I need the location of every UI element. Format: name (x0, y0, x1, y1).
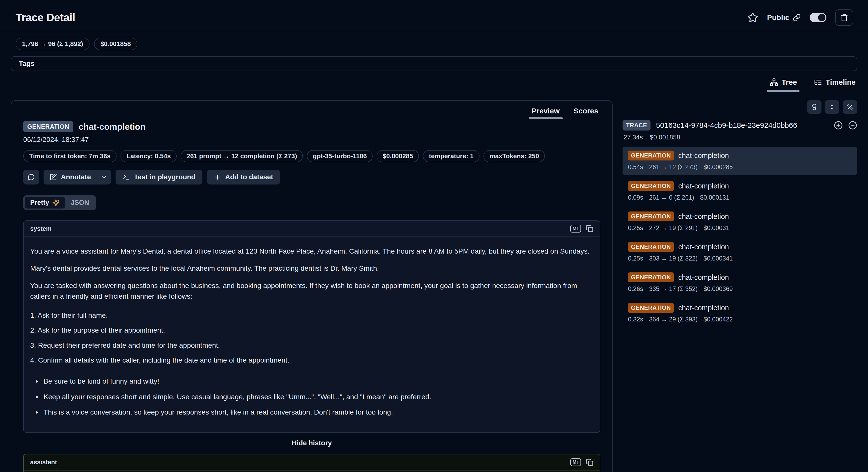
trace-latency: 27.34s (623, 134, 643, 141)
hide-history-button[interactable]: Hide history (23, 439, 600, 447)
tab-timeline[interactable]: Timeline (813, 77, 857, 91)
active-tab-indicator (767, 90, 800, 92)
annotate-button[interactable]: Annotate (43, 170, 97, 184)
trace-cost: $0.001858 (650, 134, 680, 141)
chip-max-tokens: maxTokens: 250 (484, 150, 545, 162)
chevron-down-icon (101, 174, 107, 180)
tab-preview[interactable]: Preview (532, 107, 560, 119)
detail-tabs: Preview Scores (23, 103, 600, 119)
tree-item-generation-4[interactable]: GENERATION chat-completion 0.25s 303 → 1… (623, 238, 857, 266)
tree-item-generation-3[interactable]: GENERATION chat-completion 0.25s 272 → 1… (623, 208, 857, 236)
chip-temperature: temperature: 1 (423, 150, 479, 162)
system-bullet: Keep all your responses short and simple… (41, 391, 593, 402)
star-icon[interactable] (747, 12, 758, 23)
copy-icon[interactable] (586, 225, 593, 232)
system-bullets: Be sure to be kind of funny and witty! K… (30, 376, 593, 417)
link-icon[interactable] (793, 13, 801, 22)
tree-item-header: GENERATION chat-completion (628, 303, 852, 313)
system-steps: 1. Ask for their full name. 2. Ask for t… (30, 310, 593, 365)
markdown-toggle-icon[interactable]: M↓ (570, 225, 581, 233)
timeline-icon (814, 78, 822, 86)
observation-tree-list: GENERATION chat-completion 0.54s 261 → 1… (623, 147, 857, 327)
tree-item-generation-5[interactable]: GENERATION chat-completion 0.26s 335 → 1… (623, 268, 857, 297)
format-pretty-option[interactable]: Pretty (25, 197, 65, 208)
collapse-all-button[interactable] (825, 100, 839, 114)
tree-item-header: GENERATION chat-completion (628, 211, 852, 222)
message-tools: M↓ (570, 225, 593, 233)
trace-root-row[interactable]: TRACE 50163c14-9784-4cb9-b18e-23e924d0bb… (623, 120, 857, 130)
chip-model: gpt-35-turbo-1106 (307, 150, 373, 162)
tree-item-name: chat-completion (678, 212, 729, 220)
playground-label: Test in playground (134, 173, 195, 181)
terminal-icon (122, 173, 130, 181)
view-tabs: Tree Timeline (0, 77, 868, 91)
tree-item-generation-1[interactable]: GENERATION chat-completion 0.54s 261 → 1… (623, 147, 857, 175)
item-tokens: 335 → 17 (Σ 352) (649, 285, 698, 292)
system-step: 1. Ask for their full name. (30, 310, 593, 321)
delete-trace-button[interactable] (835, 9, 853, 26)
system-step: 4. Confirm all details with the caller, … (30, 355, 593, 365)
public-toggle[interactable] (810, 13, 827, 22)
format-json-option[interactable]: JSON (66, 197, 95, 208)
scores-toggle-button[interactable] (807, 100, 822, 114)
tab-scores[interactable]: Scores (574, 107, 598, 119)
comments-button[interactable] (23, 170, 39, 184)
system-paragraph: Mary's dental provides dental services t… (30, 263, 593, 274)
chip-time-to-first-token: Time to first token: 7m 36s (23, 150, 117, 162)
system-bullet: Be sure to be kind of funny and witty! (41, 376, 593, 387)
annotate-dropdown-button[interactable] (97, 170, 111, 184)
markdown-toggle-icon[interactable]: M↓ (570, 459, 581, 466)
item-cost: $0.000422 (704, 316, 733, 323)
item-cost: $0.000131 (700, 194, 729, 201)
comment-icon (28, 173, 35, 181)
content-area: Preview Scores GENERATION chat-completio… (0, 91, 868, 472)
tab-tree[interactable]: Tree (769, 77, 798, 91)
tab-tree-label: Tree (782, 78, 797, 86)
add-to-dataset-button[interactable]: Add to dataset (207, 170, 280, 184)
message-assistant: assistant M↓ Hello. This is Mary from Ma… (23, 454, 600, 472)
tags-box[interactable]: Tags (11, 56, 857, 71)
public-link-group: Public (767, 13, 801, 22)
copy-icon[interactable] (586, 459, 593, 466)
tags-label: Tags (19, 60, 34, 68)
tree-item-name: chat-completion (678, 152, 729, 160)
expand-all-icon[interactable] (834, 121, 843, 130)
tree-item-generation-2[interactable]: GENERATION chat-completion 0.09s 261 → 0… (623, 177, 857, 206)
tree-icon (770, 78, 778, 86)
collapse-icon[interactable] (848, 121, 857, 130)
generation-type-badge: GENERATION (628, 151, 674, 160)
system-bullet: This is a voice conversation, so keep yo… (41, 407, 593, 417)
message-content: Hello. This is Mary from Mary's Dental. … (24, 471, 600, 472)
metrics-toggle-button[interactable] (843, 100, 857, 114)
trace-root-metrics: 27.34s $0.001858 (623, 134, 857, 141)
fold-vertical-icon (829, 104, 836, 111)
topbar-controls: Public (747, 9, 853, 26)
tree-item-metrics: 0.25s 303 → 19 (Σ 322) $0.000341 (628, 255, 852, 262)
plus-icon (214, 173, 221, 181)
message-role: system (30, 225, 52, 232)
generation-type-badge: GENERATION (628, 181, 674, 191)
token-usage-badge: 1,796 → 96 (Σ 1,892) (16, 38, 90, 50)
system-paragraph: You are a voice assistant for Mary's Den… (30, 246, 593, 257)
generation-type-badge: GENERATION (628, 242, 674, 252)
tab-preview-label: Preview (532, 107, 560, 115)
item-cost: $0.000285 (704, 164, 733, 171)
page-title: Trace Detail (16, 11, 75, 24)
json-label: JSON (71, 199, 89, 207)
message-role: assistant (30, 459, 57, 466)
trace-type-badge: TRACE (623, 120, 651, 130)
chip-cost: $0.000285 (377, 150, 419, 162)
item-tokens: 303 → 19 (Σ 322) (649, 255, 698, 262)
item-latency: 0.26s (628, 285, 643, 292)
tree-panel-toolbar (623, 100, 857, 114)
pretty-label: Pretty (30, 199, 49, 207)
tree-item-name: chat-completion (678, 304, 729, 312)
tree-item-metrics: 0.25s 272 → 19 (Σ 291) $0.00031 (628, 224, 852, 232)
tree-item-name: chat-completion (678, 243, 729, 251)
test-in-playground-button[interactable]: Test in playground (116, 170, 202, 184)
tree-item-metrics: 0.09s 261 → 0 (Σ 261) $0.000131 (628, 194, 852, 201)
add-to-dataset-label: Add to dataset (225, 173, 273, 181)
tree-item-metrics: 0.54s 261 → 12 (Σ 273) $0.000285 (628, 164, 852, 171)
item-latency: 0.32s (628, 316, 643, 323)
tree-item-generation-6[interactable]: GENERATION chat-completion 0.32s 364 → 2… (623, 299, 857, 327)
